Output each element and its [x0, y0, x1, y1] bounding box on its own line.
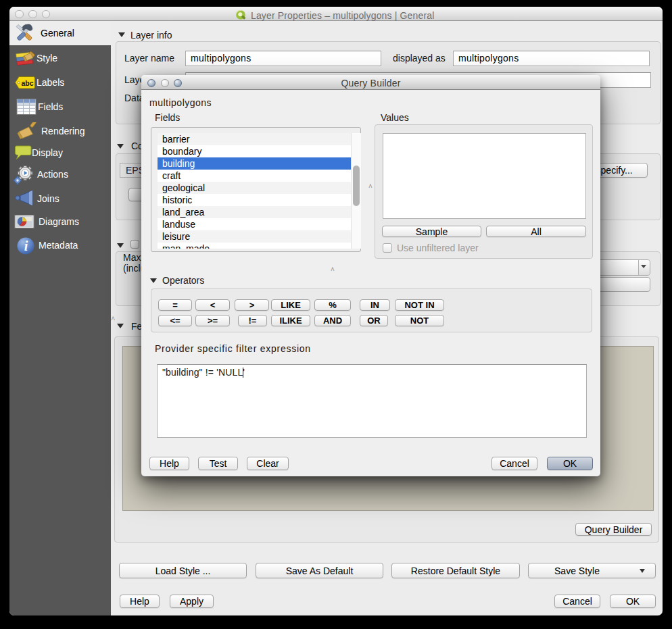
- svg-text:i: i: [24, 238, 28, 253]
- svg-text:abc: abc: [22, 79, 34, 87]
